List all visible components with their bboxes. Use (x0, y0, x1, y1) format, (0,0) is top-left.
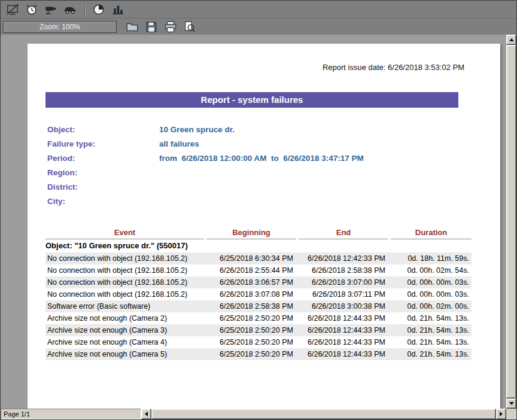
report-page: Report issue date: 6/26/2018 3:53:02 PM … (28, 44, 500, 409)
horizontal-scrollbar[interactable] (141, 409, 506, 419)
save-icon (145, 20, 158, 34)
cell-duration: 0d. 00h. 00m. 03s. (391, 288, 472, 300)
display-icon (6, 3, 19, 16)
cell-end: 6/26/2018 2:58:38 PM (299, 264, 388, 276)
field-label-district: District: (47, 182, 159, 191)
schedule-button[interactable] (23, 2, 40, 17)
field-label-failure-type: Failure type: (47, 139, 159, 148)
open-report-button[interactable] (124, 20, 141, 34)
page-indicator: Page 1/1 (4, 410, 30, 418)
pie-report-button[interactable] (90, 2, 107, 17)
table-row: No connection with object (192.168.105.2… (45, 252, 472, 264)
bar-chart-icon (111, 3, 124, 16)
open-folder-icon (126, 20, 139, 34)
car-icon (63, 3, 77, 16)
cell-event: Archive size not enough (Camera 3) (45, 324, 204, 336)
bottom-bar: Page 1/1 (1, 409, 516, 419)
cell-end: 6/26/2018 3:00:38 PM (299, 300, 388, 312)
arrow-down-icon (509, 402, 514, 405)
cell-event: Archive size not enough (Camera 4) (45, 336, 204, 348)
cell-duration: 0d. 21h. 54m. 13s. (391, 312, 472, 324)
cell-duration: 0d. 21h. 54m. 13s. (391, 348, 472, 360)
camera-button[interactable] (42, 2, 59, 17)
failures-table: Event Beginning End Duration Object: "10… (45, 225, 472, 360)
table-row: Archive size not enough (Camera 3)6/25/2… (45, 324, 472, 336)
field-label-period: Period: (47, 154, 159, 163)
arrow-right-icon (500, 412, 503, 416)
cell-end: 6/26/2018 3:07:11 PM (299, 288, 388, 300)
main-toolbar (1, 1, 516, 19)
field-label-object: Object: (47, 125, 159, 134)
cell-end: 6/26/2018 12:44:33 PM (299, 312, 388, 324)
pie-chart-icon (92, 3, 105, 16)
print-report-button[interactable] (162, 20, 179, 34)
field-value-period: from 6/26/2018 12:00:00 AM to 6/26/2018 … (159, 154, 364, 163)
table-row: Software error (Basic software)6/26/2018… (45, 300, 472, 312)
cell-beginning: 6/25/2018 2:50:20 PM (206, 312, 296, 324)
save-report-button[interactable] (143, 20, 160, 34)
cell-beginning: 6/25/2018 2:50:20 PM (206, 348, 296, 360)
scroll-up-button[interactable] (506, 35, 516, 45)
cell-duration: 0d. 00h. 02m. 54s. (391, 264, 472, 276)
cell-end: 6/26/2018 12:44:33 PM (299, 336, 388, 348)
report-issue-date: Report issue date: 6/26/2018 3:53:02 PM (28, 63, 500, 72)
table-row: No connection with object (192.168.105.2… (45, 276, 472, 288)
report-parameters: Object:10 Green spruce dr. Failure type:… (47, 122, 500, 208)
cell-event: Software error (Basic software) (45, 300, 204, 312)
vehicle-button[interactable] (62, 2, 78, 17)
vertical-scroll-thumb[interactable] (506, 45, 516, 398)
column-header-beginning: Beginning (206, 228, 296, 239)
cell-duration: 0d. 00h. 02m. 00s. (391, 300, 472, 312)
table-header-row: Event Beginning End Duration (45, 225, 472, 239)
cell-beginning: 6/25/2018 2:50:20 PM (206, 324, 296, 336)
table-row: No connection with object (192.168.105.2… (45, 264, 472, 276)
scroll-right-button[interactable] (496, 409, 506, 419)
vertical-scrollbar[interactable] (506, 35, 516, 409)
bar-report-button[interactable] (110, 2, 126, 17)
cell-duration: 0d. 00h. 00m. 03s. (391, 276, 472, 288)
horizontal-scroll-thumb[interactable] (151, 409, 496, 419)
scroll-left-button[interactable] (141, 409, 151, 419)
column-header-event: Event (45, 228, 204, 239)
preview-icon (183, 20, 196, 34)
cell-end: 6/26/2018 3:07:00 PM (299, 276, 388, 288)
column-header-end: End (299, 228, 388, 239)
report-toolbar: Zoom: 100% (1, 19, 516, 35)
cell-beginning: 6/25/2018 2:50:20 PM (206, 336, 296, 348)
cell-duration: 0d. 21h. 54m. 13s. (391, 336, 472, 348)
report-title-banner: Report - system failures (45, 92, 458, 108)
arrow-up-icon (509, 38, 514, 41)
cell-end: 6/26/2018 12:44:33 PM (299, 348, 388, 360)
zoom-selector[interactable]: Zoom: 100% (3, 21, 117, 33)
table-row: No connection with object (192.168.105.2… (45, 288, 472, 300)
field-value-failure-type: all failures (159, 139, 199, 148)
field-value-object: 10 Green spruce dr. (159, 125, 235, 134)
cell-end: 6/26/2018 12:42:33 PM (299, 252, 388, 264)
preview-report-button[interactable] (181, 20, 198, 34)
cell-end: 6/26/2018 12:44:33 PM (299, 324, 388, 336)
cell-event: Archive size not enough (Camera 5) (45, 348, 204, 360)
cell-beginning: 6/26/2018 2:55:44 PM (206, 264, 296, 276)
table-row: Archive size not enough (Camera 4)6/25/2… (45, 336, 472, 348)
display-button[interactable] (4, 2, 21, 17)
field-label-region: Region: (47, 168, 159, 177)
cell-beginning: 6/25/2018 6:30:34 PM (206, 252, 296, 264)
report-viewer-window: Zoom: 100% Report issue date: 6/26/2018 … (0, 0, 517, 420)
table-row: Archive size not enough (Camera 2)6/25/2… (45, 312, 472, 324)
report-preview-area: Report issue date: 6/26/2018 3:53:02 PM … (1, 35, 506, 409)
table-body: No connection with object (192.168.105.2… (45, 252, 472, 360)
cell-event: Archive size not enough (Camera 2) (45, 312, 204, 324)
cell-beginning: 6/26/2018 3:07:08 PM (206, 288, 296, 300)
cell-beginning: 6/26/2018 3:06:57 PM (206, 276, 296, 288)
column-header-duration: Duration (391, 228, 472, 239)
printer-icon (164, 20, 177, 34)
cell-duration: 0d. 21h. 54m. 13s. (391, 324, 472, 336)
scroll-down-button[interactable] (506, 398, 516, 409)
cell-duration: 0d. 18h. 11m. 59s. (391, 252, 472, 264)
cell-event: No connection with object (192.168.105.2… (45, 252, 204, 264)
camera-icon (44, 3, 57, 16)
toolbar-separator (84, 4, 86, 16)
page-status: Page 1/1 (1, 409, 141, 419)
field-label-city: City: (47, 197, 159, 206)
alarm-clock-icon (25, 3, 38, 16)
